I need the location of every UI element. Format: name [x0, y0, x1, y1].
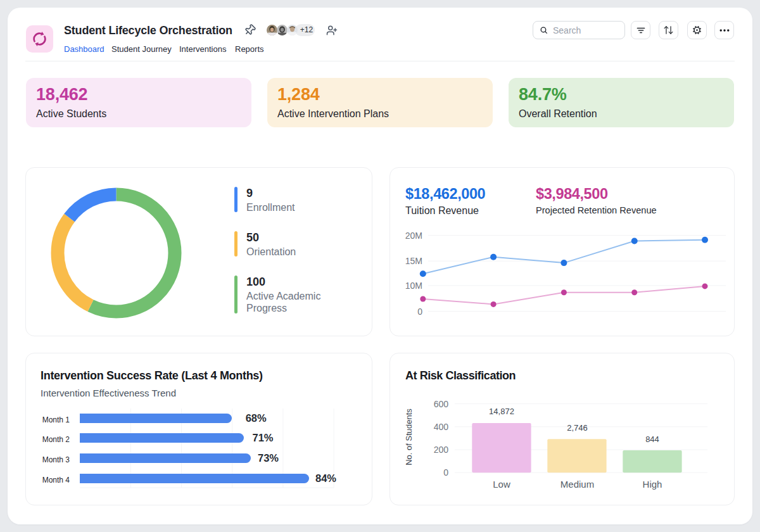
svg-text:0: 0	[443, 467, 448, 478]
svg-text:14,872: 14,872	[489, 407, 514, 416]
svg-text:200: 200	[434, 445, 449, 455]
svg-text:No. of Students: No. of Students	[404, 408, 414, 466]
svg-text:400: 400	[434, 422, 449, 432]
svg-text:0: 0	[417, 307, 422, 317]
svg-text:Low: Low	[493, 479, 510, 490]
svg-text:Medium: Medium	[560, 479, 594, 490]
svg-text:10M: 10M	[405, 281, 422, 291]
svg-text:2,746: 2,746	[567, 423, 588, 433]
svg-text:600: 600	[434, 399, 449, 409]
svg-text:High: High	[643, 479, 662, 490]
svg-text:15M: 15M	[405, 256, 422, 266]
svg-text:844: 844	[645, 434, 659, 444]
svg-text:20M: 20M	[405, 231, 422, 241]
